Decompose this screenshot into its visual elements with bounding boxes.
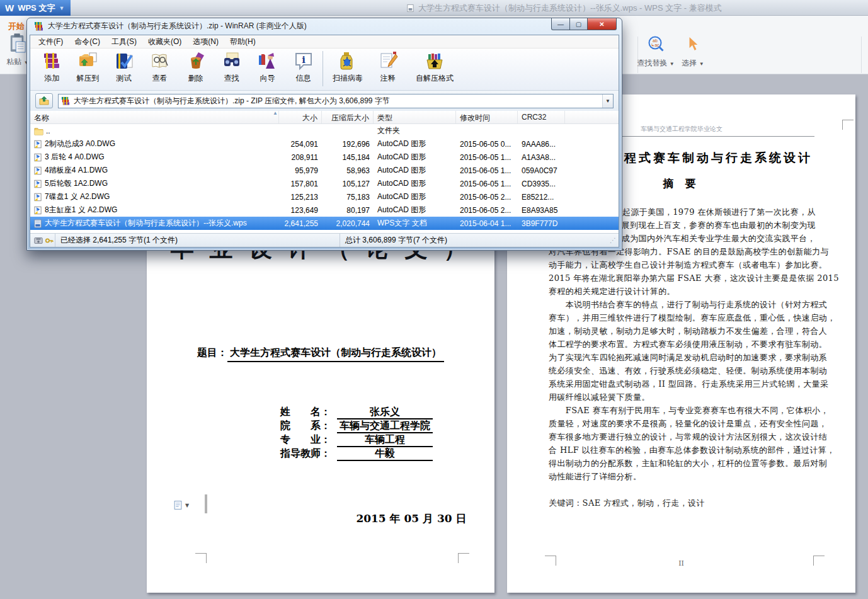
page-icon	[173, 500, 183, 510]
column-header-4[interactable]: 修改时间	[456, 111, 518, 123]
sfx-icon	[425, 51, 445, 71]
combobox-dropdown-arrow[interactable]: ▼	[602, 94, 613, 108]
dwg-file-icon	[34, 180, 42, 188]
field-label: 指导教师：	[280, 447, 336, 461]
winrar-menubar: 文件(F)命令(C)工具(S)收藏夹(O)选项(N)帮助(H)	[30, 35, 619, 48]
file-name: 8主缸座1 义 A2.DWG	[45, 205, 117, 215]
abstract-line: 为了实现汽车四轮抱死减速同时满足发动机启动时的加速要求，要求制动系	[549, 351, 816, 364]
file-row[interactable]: 5后轮毂 1A2.DWG157,801105,127AutoCAD 图形2015…	[30, 177, 619, 190]
menu-item-0[interactable]: 文件(F)	[33, 35, 69, 48]
toolbar-label: 删除	[188, 73, 203, 84]
menu-item-1[interactable]: 命令(C)	[69, 35, 106, 48]
winrar-client: 文件(F)命令(C)工具(S)收藏夹(O)选项(N)帮助(H) 添加解压到测试查…	[30, 35, 619, 248]
cover-field-row: 姓 名：张乐义	[280, 406, 433, 419]
column-header-5[interactable]: CRC32	[518, 111, 565, 123]
dwg-file-icon	[34, 193, 42, 202]
abstract-line: 本说明书结合赛车的特点，进行了制动与行走系统的设计（针对方程式	[549, 298, 816, 311]
menu-item-4[interactable]: 选项(N)	[187, 35, 224, 48]
file-modified: 2015-06-04 1...	[456, 219, 518, 228]
statusbar-icons	[30, 234, 55, 247]
toolbar-button-sfx[interactable]: 自解压格式	[406, 50, 464, 89]
file-modified: 2015-06-05 2...	[456, 193, 518, 202]
menu-item-2[interactable]: 工具(S)	[106, 35, 142, 48]
folder-up-icon	[39, 96, 49, 106]
toolbar-separator	[323, 51, 323, 86]
file-packed: 105,127	[322, 180, 374, 188]
file-size: 125,213	[279, 193, 322, 202]
document-icon	[406, 4, 414, 13]
file-name: ..	[46, 127, 50, 135]
toolbar-label: 注释	[380, 73, 396, 84]
abstract-line: 得出制动力的分配系数，主缸和轮缸的大小，杠杆的位置等参数。最后对制	[549, 457, 816, 470]
select-label: 选择 ▼	[675, 58, 711, 69]
file-row[interactable]: 3 后轮 4 A0.DWG208,911145,184AutoCAD 图形201…	[30, 151, 619, 164]
abstract-line: 赛程的相关规定进行设计计算的。	[549, 285, 816, 298]
file-modified: 2015-06-05 0...	[456, 140, 518, 149]
status-selected: 已经选择 2,641,255 字节(1 个文件)	[55, 234, 340, 247]
file-row[interactable]: 4踏板座4 A1.DWG95,97958,963AutoCAD 图形2015-0…	[30, 164, 619, 177]
svg-text:↳ac: ↳ac	[651, 43, 660, 47]
toolbar-button-info[interactable]: i信息	[285, 50, 321, 89]
toolbar-button-find[interactable]: 查找	[214, 50, 249, 89]
file-row[interactable]: 8主缸座1 义 A2.DWG123,64980,197AutoCAD 图形201…	[30, 203, 619, 217]
tab-home[interactable]: 开始	[8, 21, 25, 32]
toolbar-button-view[interactable]: 查看	[142, 50, 178, 89]
maximize-button[interactable]: ▢	[570, 18, 588, 30]
file-type: AutoCAD 图形	[374, 165, 456, 176]
file-packed: 58,963	[322, 166, 374, 175]
page-options-widget[interactable]: ▼	[173, 500, 189, 510]
scan-icon	[338, 51, 358, 71]
chevron-down-icon: ▼	[185, 503, 189, 508]
text-cursor	[205, 494, 207, 513]
archive-path-combobox[interactable]: 大学生方程式赛车设计（制动与行走系统设计）.zip - ZIP 压缩文件, 解包…	[58, 94, 614, 108]
column-header-3[interactable]: 类型	[374, 111, 456, 123]
up-one-level-button[interactable]	[35, 93, 53, 108]
wps-logo-button[interactable]: W WPS 文字 ▼	[0, 0, 71, 16]
page-number: II	[507, 559, 855, 568]
margin-mark	[195, 553, 207, 563]
toolbar-button-extract[interactable]: 解压到	[70, 50, 106, 89]
minimize-button[interactable]: —	[551, 18, 570, 30]
abstract-line: 赛车），并用三维软件进行了模型绘制。赛车应底盘低，重心低，快速启动，	[549, 311, 816, 324]
toolbar-button-test[interactable]: 测试	[106, 50, 142, 89]
abstract-line: 体工程学的要求布置。方程式赛车必须使用液压制动，不要求有驻车制动。	[549, 338, 816, 351]
file-size: 254,091	[279, 140, 322, 149]
winrar-toolbar: 添加解压到测试查看删除查找向导i信息扫描病毒注释自解压格式	[30, 48, 619, 91]
file-row[interactable]: 2制动总成3 A0.DWG254,091192,696AutoCAD 图形201…	[30, 137, 619, 151]
screen: W WPS 文字 ▼ 大学生方程式赛车设计（制动与行走系统设计）--张乐义.wp…	[0, 0, 868, 599]
file-size: 208,911	[279, 153, 322, 162]
file-name: 5后轮毂 1A2.DWG	[45, 178, 108, 189]
file-name: 3 后轮 4 A0.DWG	[45, 152, 105, 163]
file-row-selected[interactable]: 大学生方程式赛车设计（制动与行走系统设计）--张乐义.wps2,641,2552…	[30, 217, 619, 230]
key-icon[interactable]	[45, 236, 54, 245]
menu-item-3[interactable]: 收藏夹(O)	[142, 35, 187, 48]
find-replace-button[interactable]: ab ↳ac 查找替换 ▼	[635, 35, 677, 69]
wps-file-icon	[34, 219, 42, 228]
file-row[interactable]: 7碟盘1 义 A2.DWG125,21375,183AutoCAD 图形2015…	[30, 190, 619, 203]
toolbar-button-wizard[interactable]: 向导	[249, 50, 285, 89]
winrar-titlebar[interactable]: 大学生方程式赛车设计（制动与行走系统设计）.zip - WinRAR (非商业个…	[27, 18, 622, 34]
file-crc: E85212...	[518, 193, 565, 202]
abstract-line: 统必须安全、迅速、有效，行驶系统必须稳定、轻便。制动系统使用本制动	[549, 364, 816, 377]
toolbar-button-scan[interactable]: 扫描病毒	[326, 50, 370, 89]
disk-icon[interactable]	[34, 236, 43, 245]
note-icon	[378, 51, 398, 71]
select-button[interactable]: 选择 ▼	[675, 35, 711, 69]
toolbar-button-del[interactable]: 删除	[178, 50, 214, 89]
status-total: 总计 3,606,899 字节(7 个文件)	[340, 234, 610, 247]
abstract-line: 2015 年将在湖北襄阳举办第六届 FSAE 大赛，这次设计主要是是依据 201…	[549, 271, 816, 285]
resize-grip[interactable]: ⋰	[610, 237, 619, 244]
file-size: 95,979	[279, 166, 322, 175]
file-row[interactable]: ..文件夹	[30, 124, 619, 137]
column-header-0[interactable]: 名称	[30, 111, 279, 123]
column-header-1[interactable]: 大小	[279, 111, 322, 123]
toolbar-button-note[interactable]: 注释	[370, 50, 406, 89]
menu-item-5[interactable]: 帮助(H)	[224, 35, 261, 48]
close-button[interactable]: ✕	[588, 18, 617, 30]
toolbar-label: 信息	[296, 73, 311, 84]
abstract-line: 动性能进行了详细分析。	[549, 470, 816, 483]
toolbar-button-add[interactable]: 添加	[34, 50, 70, 89]
winrar-archive-icon	[34, 21, 44, 31]
abstract-line: 质量轻，对速度的要求不是很高，轻量化的设计是重点，还有安全性问题，	[549, 417, 816, 430]
column-header-2[interactable]: 压缩后大小	[322, 111, 374, 123]
